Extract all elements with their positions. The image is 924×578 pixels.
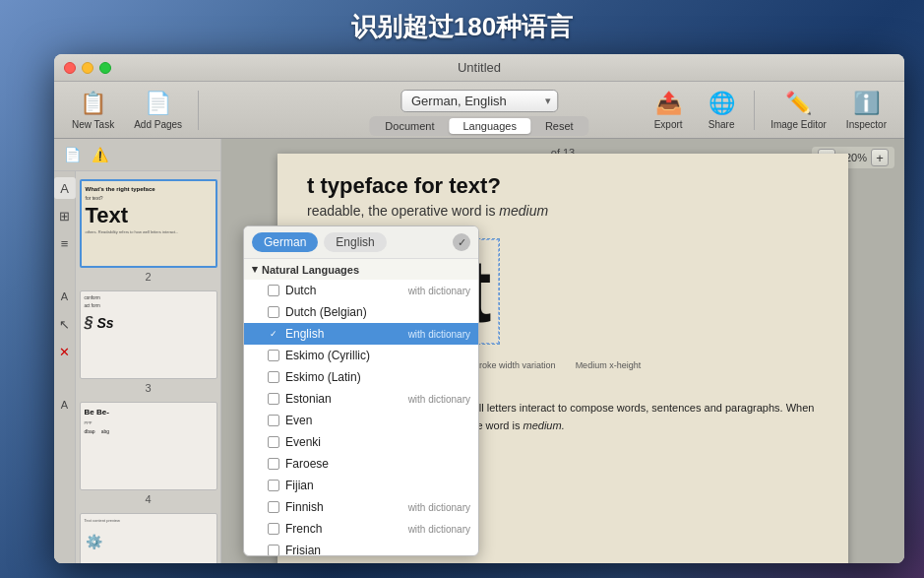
tab-reset[interactable]: Reset	[531, 118, 587, 134]
zoom-in-button[interactable]: +	[871, 149, 889, 166]
lang-checkbox-4	[268, 371, 279, 383]
lang-checkbox-0	[268, 285, 279, 296]
lang-name-10: Finnish	[285, 500, 324, 514]
thumb-img-4: Be Be- PPP dbap abg	[80, 402, 217, 490]
thumb-img-3: conform act form § Ss	[80, 290, 217, 379]
sidebar-settings-area: ⚙️	[80, 528, 216, 555]
lang-item-0[interactable]: Dutchwith dictionary	[244, 280, 478, 301]
lang-checkbox-11	[268, 523, 279, 535]
page-num-4: 4	[145, 493, 151, 505]
lang-item-6[interactable]: Even	[244, 410, 478, 431]
lang-name-2: English	[285, 327, 324, 341]
doc-heading: t typeface for text?	[307, 173, 819, 199]
settings-button[interactable]: ⚙️	[84, 532, 103, 551]
sidebar-tool-1[interactable]: 📄	[60, 143, 84, 166]
type-icon[interactable]: A	[54, 286, 76, 307]
lang-item-10[interactable]: Finnishwith dictionary	[244, 496, 478, 518]
lang-item-11[interactable]: Frenchwith dictionary	[244, 518, 478, 540]
lang-dict-0: with dictionary	[408, 286, 470, 296]
window-controls	[64, 62, 111, 74]
text-mode-icon[interactable]: A	[54, 177, 76, 199]
new-task-icon: 📋	[80, 90, 107, 117]
page-num-3: 3	[145, 382, 151, 394]
inspector-icon: ℹ️	[852, 90, 880, 117]
lang-item-8[interactable]: Faroese	[244, 453, 478, 475]
lang-checkbox-12	[268, 545, 279, 555]
lang-item-1[interactable]: Dutch (Belgian)	[244, 301, 478, 323]
lang-name-4: Eskimo (Latin)	[285, 370, 361, 384]
main-window: Untitled 📋 New Task 📄 Add Pages German, …	[54, 54, 904, 563]
lang-pill-german[interactable]: German	[252, 232, 318, 252]
page-thumb-2[interactable]: What's the right typeface for text? Text…	[80, 179, 216, 283]
lang-checkbox-3	[268, 350, 279, 361]
lang-name-9: Fijian	[285, 479, 314, 492]
lang-pill-english[interactable]: English	[324, 232, 386, 252]
close-button[interactable]	[64, 62, 76, 74]
lang-item-3[interactable]: Eskimo (Cyrillic)	[244, 345, 478, 366]
anno3: Medium x-height	[576, 360, 642, 370]
share-button[interactable]: 🌐 Share	[697, 86, 746, 134]
new-task-button[interactable]: 📋 New Task	[64, 86, 122, 134]
sidebar-tool-2[interactable]: ⚠️	[88, 143, 111, 166]
image-editor-icon: ✏️	[785, 90, 813, 117]
maximize-button[interactable]	[99, 62, 111, 74]
lang-name-11: French	[285, 522, 322, 536]
lang-name-5: Estonian	[285, 392, 332, 406]
sidebar-toolbar: 📄 ⚠️	[54, 139, 220, 171]
share-icon: 🌐	[708, 90, 735, 117]
separator1	[198, 91, 199, 130]
lang-dict-11: with dictionary	[408, 524, 470, 535]
image-editor-button[interactable]: ✏️ Image Editor	[763, 86, 834, 134]
separator2	[754, 91, 755, 130]
lang-item-4[interactable]: Eskimo (Latin)	[244, 366, 478, 388]
export-icon: 📤	[654, 90, 682, 117]
add-pages-button[interactable]: 📄 Add Pages	[126, 86, 190, 134]
lang-popup-header: German English ✓	[244, 226, 478, 259]
lang-item-12[interactable]: Frisian	[244, 540, 478, 555]
lang-checkbox-10	[268, 501, 279, 513]
lang-item-5[interactable]: Estonianwith dictionary	[244, 388, 478, 410]
page-list: What's the right typeface for text? Text…	[76, 171, 220, 563]
lang-dict-2: with dictionary	[408, 329, 470, 340]
lang-checkbox-6	[268, 415, 279, 426]
page-thumb-4[interactable]: Be Be- PPP dbap abg 4	[80, 402, 216, 505]
lang-name-1: Dutch (Belgian)	[285, 305, 367, 319]
language-dropdown[interactable]: German, English	[400, 90, 558, 112]
inspector-button[interactable]: ℹ️ Inspector	[838, 86, 894, 134]
align-icon[interactable]: ≡	[54, 232, 76, 254]
lang-checkbox-2: ✓	[268, 328, 279, 340]
language-control-area: German, English Document Languages Reset	[369, 90, 588, 136]
doc-subheading: readable, the operative word is medium	[307, 203, 819, 219]
lang-checkbox-1	[268, 306, 279, 318]
minimize-button[interactable]	[82, 62, 93, 74]
page-thumb-3[interactable]: conform act form § Ss 3	[80, 290, 216, 394]
add-pages-icon: 📄	[145, 90, 172, 117]
sidebar-icon-a2[interactable]: A	[54, 394, 76, 416]
lang-item-9[interactable]: Fijian	[244, 475, 478, 496]
thumb-img-2: What's the right typeface for text? Text…	[80, 179, 217, 268]
lang-name-12: Frisian	[285, 544, 321, 555]
lang-checkbox-8	[268, 458, 279, 470]
lang-dict-10: with dictionary	[408, 502, 470, 513]
tab-document[interactable]: Document	[371, 118, 448, 134]
lang-name-7: Evenki	[285, 435, 321, 449]
delete-icon[interactable]: ✕	[54, 341, 76, 362]
page-num-2: 2	[145, 271, 151, 283]
title-bar: Untitled	[54, 54, 904, 82]
lang-item-7[interactable]: Evenki	[244, 431, 478, 453]
lang-name-0: Dutch	[285, 284, 316, 297]
lang-checkbox-9	[268, 480, 279, 491]
cursor-icon[interactable]: ↖	[54, 313, 76, 335]
lang-item-2[interactable]: ✓Englishwith dictionary	[244, 323, 478, 345]
grid-icon[interactable]: ⊞	[54, 205, 76, 226]
segment-tabs: Document Languages Reset	[369, 116, 588, 136]
tab-languages[interactable]: Languages	[449, 118, 529, 134]
lang-section-header: Natural Languages	[244, 259, 478, 280]
lang-items-list: Dutchwith dictionaryDutch (Belgian)✓Engl…	[244, 280, 478, 555]
toolbar: 📋 New Task 📄 Add Pages German, English D…	[54, 82, 904, 139]
lang-checkbox-7	[268, 436, 279, 448]
window-title: Untitled	[458, 60, 501, 75]
export-button[interactable]: 📤 Export	[644, 86, 693, 134]
lang-name-6: Even	[285, 414, 312, 427]
lang-popup-close-button[interactable]: ✓	[453, 233, 470, 251]
